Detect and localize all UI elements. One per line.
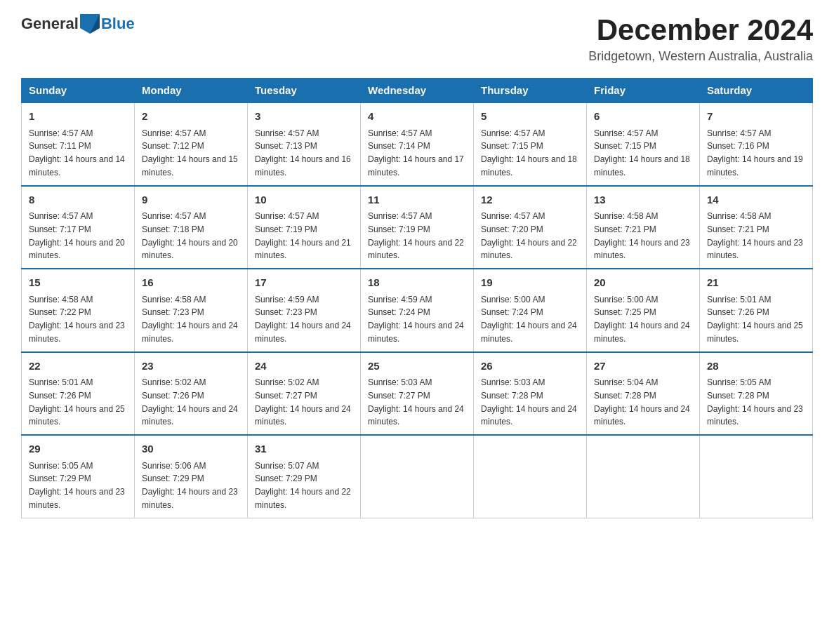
- day-info: Sunrise: 5:03 AMSunset: 7:27 PMDaylight:…: [368, 377, 464, 427]
- header-friday: Friday: [587, 79, 700, 103]
- day-info: Sunrise: 5:06 AMSunset: 7:29 PMDaylight:…: [142, 461, 238, 510]
- day-number: 27: [594, 358, 692, 375]
- day-number: 3: [255, 109, 353, 125]
- calendar-cell: [587, 435, 700, 518]
- calendar-cell: 10Sunrise: 4:57 AMSunset: 7:19 PMDayligh…: [248, 186, 361, 269]
- day-number: 4: [368, 109, 466, 125]
- day-info: Sunrise: 5:04 AMSunset: 7:28 PMDaylight:…: [594, 377, 690, 427]
- calendar-week-row: 8Sunrise: 4:57 AMSunset: 7:17 PMDaylight…: [22, 186, 813, 269]
- day-info: Sunrise: 5:05 AMSunset: 7:28 PMDaylight:…: [707, 377, 803, 427]
- calendar-cell: 5Sunrise: 4:57 AMSunset: 7:15 PMDaylight…: [474, 102, 587, 186]
- day-info: Sunrise: 4:58 AMSunset: 7:22 PMDaylight:…: [29, 295, 125, 344]
- day-number: 21: [707, 275, 805, 291]
- day-number: 22: [29, 358, 127, 375]
- header-sunday: Sunday: [22, 79, 135, 103]
- calendar-cell: 25Sunrise: 5:03 AMSunset: 7:27 PMDayligh…: [361, 352, 474, 436]
- day-info: Sunrise: 4:59 AMSunset: 7:24 PMDaylight:…: [368, 295, 464, 344]
- calendar-cell: 11Sunrise: 4:57 AMSunset: 7:19 PMDayligh…: [361, 186, 474, 269]
- page-header: General Blue December 2024 Bridgetown, W…: [21, 14, 813, 64]
- day-info: Sunrise: 5:02 AMSunset: 7:27 PMDaylight:…: [255, 377, 351, 427]
- month-title: December 2024: [588, 14, 813, 46]
- calendar-cell: 13Sunrise: 4:58 AMSunset: 7:21 PMDayligh…: [587, 186, 700, 269]
- day-info: Sunrise: 5:02 AMSunset: 7:26 PMDaylight:…: [142, 377, 238, 427]
- calendar-cell: 12Sunrise: 4:57 AMSunset: 7:20 PMDayligh…: [474, 186, 587, 269]
- day-number: 11: [368, 192, 466, 208]
- calendar-cell: [474, 435, 587, 518]
- day-info: Sunrise: 5:00 AMSunset: 7:25 PMDaylight:…: [594, 295, 690, 344]
- header-wednesday: Wednesday: [361, 79, 474, 103]
- day-number: 9: [142, 192, 240, 208]
- header-monday: Monday: [135, 79, 248, 103]
- logo-general-text: General: [21, 15, 79, 33]
- calendar-cell: 29Sunrise: 5:05 AMSunset: 7:29 PMDayligh…: [22, 435, 135, 518]
- day-number: 19: [481, 275, 579, 291]
- day-number: 29: [29, 441, 127, 457]
- calendar-cell: 3Sunrise: 4:57 AMSunset: 7:13 PMDaylight…: [248, 102, 361, 186]
- day-info: Sunrise: 4:59 AMSunset: 7:23 PMDaylight:…: [255, 295, 351, 344]
- day-info: Sunrise: 4:57 AMSunset: 7:15 PMDaylight:…: [481, 128, 577, 177]
- header-tuesday: Tuesday: [248, 79, 361, 103]
- calendar-cell: 7Sunrise: 4:57 AMSunset: 7:16 PMDaylight…: [700, 102, 813, 186]
- day-number: 25: [368, 358, 466, 375]
- day-number: 5: [481, 109, 579, 125]
- calendar-cell: 15Sunrise: 4:58 AMSunset: 7:22 PMDayligh…: [22, 269, 135, 352]
- calendar-header-row: SundayMondayTuesdayWednesdayThursdayFrid…: [22, 79, 813, 103]
- day-number: 7: [707, 109, 805, 125]
- day-info: Sunrise: 4:57 AMSunset: 7:16 PMDaylight:…: [707, 128, 803, 177]
- day-info: Sunrise: 5:01 AMSunset: 7:26 PMDaylight:…: [29, 377, 125, 427]
- calendar-cell: 9Sunrise: 4:57 AMSunset: 7:18 PMDaylight…: [135, 186, 248, 269]
- calendar-cell: 22Sunrise: 5:01 AMSunset: 7:26 PMDayligh…: [22, 352, 135, 436]
- day-number: 28: [707, 358, 805, 375]
- day-info: Sunrise: 5:00 AMSunset: 7:24 PMDaylight:…: [481, 295, 577, 344]
- calendar-week-row: 15Sunrise: 4:58 AMSunset: 7:22 PMDayligh…: [22, 269, 813, 352]
- calendar-cell: 30Sunrise: 5:06 AMSunset: 7:29 PMDayligh…: [135, 435, 248, 518]
- day-number: 8: [29, 192, 127, 208]
- calendar-week-row: 1Sunrise: 4:57 AMSunset: 7:11 PMDaylight…: [22, 102, 813, 186]
- day-number: 10: [255, 192, 353, 208]
- day-info: Sunrise: 4:57 AMSunset: 7:19 PMDaylight:…: [368, 211, 464, 260]
- day-info: Sunrise: 5:07 AMSunset: 7:29 PMDaylight:…: [255, 461, 351, 510]
- logo: General Blue: [21, 14, 135, 34]
- logo-blue-text: Blue: [101, 15, 135, 33]
- calendar-cell: 8Sunrise: 4:57 AMSunset: 7:17 PMDaylight…: [22, 186, 135, 269]
- day-info: Sunrise: 5:01 AMSunset: 7:26 PMDaylight:…: [707, 295, 803, 344]
- day-info: Sunrise: 4:57 AMSunset: 7:14 PMDaylight:…: [368, 128, 464, 177]
- header-saturday: Saturday: [700, 79, 813, 103]
- day-number: 14: [707, 192, 805, 208]
- day-info: Sunrise: 4:57 AMSunset: 7:12 PMDaylight:…: [142, 128, 238, 177]
- calendar-cell: 27Sunrise: 5:04 AMSunset: 7:28 PMDayligh…: [587, 352, 700, 436]
- calendar-cell: 18Sunrise: 4:59 AMSunset: 7:24 PMDayligh…: [361, 269, 474, 352]
- day-number: 20: [594, 275, 692, 291]
- calendar-cell: 4Sunrise: 4:57 AMSunset: 7:14 PMDaylight…: [361, 102, 474, 186]
- day-number: 16: [142, 275, 240, 291]
- day-number: 18: [368, 275, 466, 291]
- day-info: Sunrise: 4:57 AMSunset: 7:20 PMDaylight:…: [481, 211, 577, 260]
- day-number: 1: [29, 109, 127, 125]
- day-number: 2: [142, 109, 240, 125]
- calendar-cell: [361, 435, 474, 518]
- day-info: Sunrise: 5:05 AMSunset: 7:29 PMDaylight:…: [29, 461, 125, 510]
- day-info: Sunrise: 4:58 AMSunset: 7:23 PMDaylight:…: [142, 295, 238, 344]
- calendar-cell: 19Sunrise: 5:00 AMSunset: 7:24 PMDayligh…: [474, 269, 587, 352]
- day-number: 24: [255, 358, 353, 375]
- day-number: 23: [142, 358, 240, 375]
- day-number: 15: [29, 275, 127, 291]
- calendar-cell: 24Sunrise: 5:02 AMSunset: 7:27 PMDayligh…: [248, 352, 361, 436]
- day-number: 17: [255, 275, 353, 291]
- calendar-cell: 16Sunrise: 4:58 AMSunset: 7:23 PMDayligh…: [135, 269, 248, 352]
- day-number: 13: [594, 192, 692, 208]
- calendar-cell: 20Sunrise: 5:00 AMSunset: 7:25 PMDayligh…: [587, 269, 700, 352]
- day-number: 12: [481, 192, 579, 208]
- day-number: 30: [142, 441, 240, 457]
- calendar-cell: 26Sunrise: 5:03 AMSunset: 7:28 PMDayligh…: [474, 352, 587, 436]
- day-info: Sunrise: 4:57 AMSunset: 7:11 PMDaylight:…: [29, 128, 125, 177]
- location-text: Bridgetown, Western Australia, Australia: [588, 49, 813, 64]
- day-info: Sunrise: 4:58 AMSunset: 7:21 PMDaylight:…: [594, 211, 690, 260]
- day-info: Sunrise: 4:57 AMSunset: 7:19 PMDaylight:…: [255, 211, 351, 260]
- calendar-cell: 28Sunrise: 5:05 AMSunset: 7:28 PMDayligh…: [700, 352, 813, 436]
- header-thursday: Thursday: [474, 79, 587, 103]
- calendar-cell: 14Sunrise: 4:58 AMSunset: 7:21 PMDayligh…: [700, 186, 813, 269]
- calendar-table: SundayMondayTuesdayWednesdayThursdayFrid…: [21, 78, 813, 518]
- day-info: Sunrise: 4:57 AMSunset: 7:18 PMDaylight:…: [142, 211, 238, 260]
- day-number: 6: [594, 109, 692, 125]
